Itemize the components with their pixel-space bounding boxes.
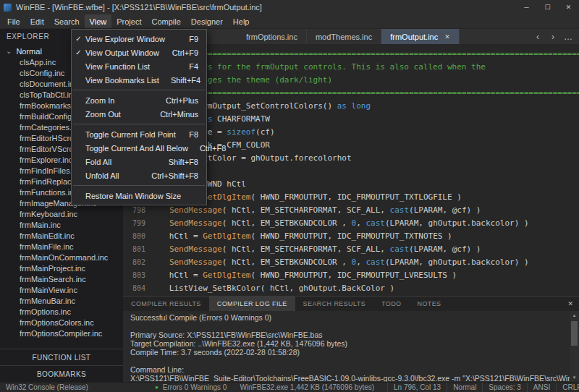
menu-item-restore-main-window-size[interactable]: Restore Main Window Size (72, 189, 206, 203)
code-line: 804 ListView_SetBkColor( hCtl, ghOutput.… (123, 281, 579, 294)
output-tab-notes[interactable]: NOTES (409, 297, 449, 311)
line-number: 798 (123, 206, 155, 214)
menu-edit[interactable]: Edit (25, 14, 49, 28)
menu-item-toggle-current-and-all-below[interactable]: Toggle Current And All BelowCtrl+F8 (72, 141, 206, 155)
menu-designer[interactable]: Designer (186, 14, 228, 28)
menu-item-view-output-window[interactable]: ✓View Output WindowCtrl+F9 (72, 46, 206, 59)
file-item-frmmenubar-inc[interactable]: frmMenuBar.inc (0, 296, 123, 307)
menu-view[interactable]: View (85, 14, 112, 28)
menu-separator (73, 90, 205, 90)
code-text: SendMessage( hCtl, EM_SETCHARFORMAT, SCF… (155, 244, 481, 254)
output-tab-compiler-results[interactable]: COMPILER RESULTS (123, 297, 209, 311)
file-item-frmoptions-inc[interactable]: frmOptions.inc (0, 307, 123, 318)
menu-item-zoom-out[interactable]: Zoom OutCtrl+Minus (72, 107, 206, 121)
status-ok-dot-icon: ● (155, 384, 159, 391)
maximize-button[interactable]: ☐ (537, 0, 558, 14)
output-tab-compiler-log-file[interactable]: COMPILER LOG FILE (209, 297, 295, 311)
scroll-up-icon[interactable]: ▲ (572, 311, 577, 320)
menu-item-label: Toggle Current Fold Point (85, 130, 176, 139)
tab-frmoptions-inc[interactable]: frmOptions.inc (237, 29, 307, 44)
menu-item-label: View Bookmarks List (85, 76, 159, 85)
view-menu: ✓View Explorer WindowF9✓View Output Wind… (71, 29, 207, 205)
line-number: 800 (123, 232, 155, 240)
code-text: hCtl = GetDlgItem( HWND_FRMOUTPUT, IDC_F… (155, 231, 452, 241)
checkmark-icon: ✓ (72, 48, 85, 56)
menu-item-view-explorer-window[interactable]: ✓View Explorer WindowF9 (72, 32, 206, 46)
encoding-label[interactable]: ANSI (527, 383, 556, 392)
menu-item-view-function-list[interactable]: View Function ListF4 (72, 59, 206, 73)
tab-scroll-right-icon[interactable]: › (546, 32, 559, 42)
menu-separator (73, 124, 205, 124)
output-line: Compile Time: 3.7 seconds (2022-02-28 01… (130, 348, 570, 357)
code-line: 803 hCtl = GetDlgItem( HWND_FRMOUTPUT, I… (123, 268, 579, 281)
status-bar: Win32 Console (Release) ● Errors 0 Warni… (0, 382, 579, 392)
file-item-frmoptionscompiler-inc[interactable]: frmOptionsCompiler.inc (0, 328, 123, 339)
menu-item-fold-all[interactable]: Fold AllShift+F8 (72, 155, 206, 169)
output-tab-strip: COMPILER RESULTSCOMPILER LOG FILESEARCH … (123, 297, 449, 311)
file-item-frmmainproject-inc[interactable]: frmMainProject.inc (0, 263, 123, 274)
winfbe-window: WinFBE - [WinFBE.wfbe] - [X:\PSS121\FB\W… (0, 0, 579, 392)
output-line: Primary Source: X:\PSS121\FB\WinFBE\src\… (130, 331, 570, 339)
menu-item-label: Unfold All (85, 171, 119, 180)
menu-item-shortcut: Shift+F8 (157, 158, 198, 166)
chevron-down-icon: ⌄ (6, 48, 12, 55)
mode-label[interactable]: Normal (447, 383, 482, 392)
tab-scroll-left-icon[interactable]: ‹ (531, 32, 544, 42)
output-line: X:\PSS121\FB\WinFBE_Suite-Editor\Toolcha… (130, 374, 570, 382)
menu-separator (73, 185, 205, 186)
tab-close-icon[interactable]: ✕ (444, 33, 450, 41)
tab-list-icon[interactable]: … (562, 32, 575, 42)
menu-item-label: Fold All (85, 158, 111, 166)
menu-item-label: View Output Window (85, 48, 159, 57)
menubar: FileEditSearchViewProjectCompileDesigner… (0, 14, 579, 29)
menu-project[interactable]: Project (111, 14, 146, 28)
output-scrollbar[interactable]: ▲ ▼ (570, 311, 579, 382)
close-button[interactable]: ✕ (558, 0, 579, 14)
scroll-down-icon[interactable]: ▼ (572, 373, 577, 382)
output-content[interactable]: Successful Compile (Errors 0 Warnings 0)… (123, 311, 570, 382)
output-line (130, 322, 570, 331)
menu-help[interactable]: Help (228, 14, 255, 28)
output-tab-search-results[interactable]: SEARCH RESULTS (295, 297, 373, 311)
scroll-thumb[interactable] (571, 321, 578, 346)
spaces-label[interactable]: Spaces: 3 (482, 383, 526, 392)
window-controls: ─ ☐ ✕ (516, 0, 579, 14)
file-item-frmkeyboard-inc[interactable]: frmKeyboard.inc (0, 209, 123, 220)
code-text: SendMessage( hCtl, EM_SETBKGNDCOLOR , 0,… (155, 257, 529, 267)
menu-item-label: View Function List (85, 62, 150, 71)
file-item-frmmainedit-inc[interactable]: frmMainEdit.inc (0, 231, 123, 242)
build-config-label[interactable]: Win32 Console (Release) (0, 383, 123, 391)
menu-item-shortcut: F4 (177, 62, 198, 71)
cursor-position-label[interactable]: Ln 796, Col 13 (387, 383, 447, 392)
function-list-button[interactable]: FUNCTION LIST (0, 349, 123, 365)
tab-frmoutput-inc[interactable]: frmOutput.inc✕ (381, 29, 460, 44)
file-item-frmoptionscolors-inc[interactable]: frmOptionsColors.inc (0, 318, 123, 328)
output-tab-todo[interactable]: TODO (373, 297, 409, 311)
file-item-frmmainview-inc[interactable]: frmMainView.inc (0, 285, 123, 296)
output-close-icon[interactable]: ✕ (562, 297, 579, 311)
code-text: SendMessage( hCtl, EM_SETCHARFORMAT, SCF… (155, 205, 481, 215)
menu-search[interactable]: Search (49, 14, 85, 28)
file-item-frmmainfile-inc[interactable]: frmMainFile.inc (0, 242, 123, 252)
titlebar[interactable]: WinFBE - [WinFBE.wfbe] - [X:\PSS121\FB\W… (0, 0, 579, 14)
menu-item-label: Zoom Out (85, 110, 121, 119)
menu-item-shortcut: Ctrl+F8 (188, 144, 226, 153)
tab-modthemes-inc[interactable]: modThemes.inc (307, 29, 381, 44)
menu-file[interactable]: File (2, 14, 25, 28)
menu-compile[interactable]: Compile (146, 14, 185, 28)
line-number: 801 (123, 245, 155, 253)
file-item-frmmainoncommand-inc[interactable]: frmMainOnCommand.inc (0, 252, 123, 263)
menu-item-zoom-in[interactable]: Zoom InCtrl+Plus (72, 93, 206, 107)
menu-item-toggle-current-fold-point[interactable]: Toggle Current Fold PointF8 (72, 127, 206, 141)
window-title: WinFBE - [WinFBE.wfbe] - [X:\PSS121\FB\W… (16, 3, 262, 12)
file-item-frmmainsearch-inc[interactable]: frmMainSearch.inc (0, 274, 123, 285)
file-item-frmmain-inc[interactable]: frmMain.inc (0, 220, 123, 231)
checkmark-icon: ✓ (72, 35, 85, 43)
line-ending-label[interactable]: CRLF (556, 383, 579, 392)
menu-item-view-bookmarks-list[interactable]: View Bookmarks ListShift+F4 (72, 73, 206, 87)
bookmarks-button[interactable]: BOOKMARKS (0, 365, 123, 382)
code-text: ListView_SetBkColor( hCtl, ghOutput.Back… (155, 284, 394, 293)
code-text: '=======================================… (155, 49, 579, 59)
menu-item-unfold-all[interactable]: Unfold AllCtrl+Shift+F8 (72, 169, 206, 182)
minimize-button[interactable]: ─ (516, 0, 537, 14)
